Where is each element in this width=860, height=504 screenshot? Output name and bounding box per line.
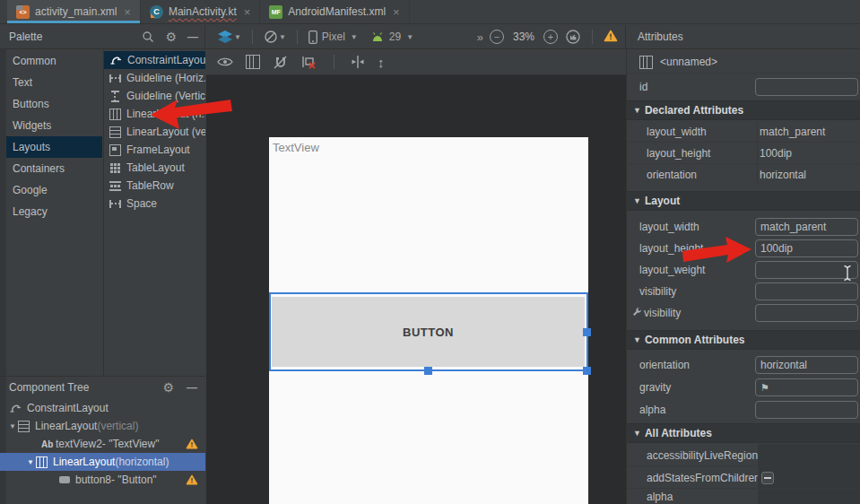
tree-node-constraintlayout[interactable]: ConstraintLayout — [0, 399, 205, 417]
tree-node-button8[interactable]: button8- "Button" — [0, 471, 205, 489]
palette-item-guideline-horizontal[interactable]: Guideline (Horiz... — [104, 69, 205, 87]
close-icon[interactable]: × — [244, 5, 251, 19]
tools-wrench-icon — [632, 307, 642, 319]
id-input[interactable] — [755, 78, 858, 96]
api-level-label: 29 — [389, 30, 401, 43]
palette-category-text[interactable]: Text — [6, 72, 102, 93]
tablerow-icon — [109, 180, 121, 192]
gear-icon[interactable]: ⚙ — [165, 30, 177, 44]
view-options-eye-icon[interactable] — [217, 56, 233, 67]
close-icon[interactable]: × — [393, 5, 400, 19]
zoom-in-button[interactable]: + — [543, 30, 558, 44]
palette-item-guideline-vertical[interactable]: Guideline (Vertic... — [104, 87, 205, 105]
hide-panel-icon[interactable]: — — [187, 30, 197, 43]
palette-category-legacy[interactable]: Legacy — [6, 201, 102, 222]
palette-item-linearlayout-horizontal[interactable]: LinearLayout (h... — [104, 105, 205, 123]
attr-row: visibility — [627, 302, 860, 324]
gravity-input[interactable]: ⚑ — [755, 378, 858, 396]
resize-handle-corner[interactable] — [583, 367, 591, 375]
layout-height-input[interactable] — [755, 239, 858, 257]
visibility-input[interactable] — [755, 282, 858, 300]
orientation-icon[interactable]: ▼ — [264, 30, 286, 44]
indeterminate-checkbox[interactable] — [761, 472, 774, 484]
resize-handle-bottom[interactable] — [424, 367, 432, 375]
tree-node-linearlayout-horizontal[interactable]: ▼ LinearLayout(horizontal) — [0, 453, 205, 471]
align-horizontal-center-icon[interactable] — [351, 55, 365, 69]
gear-icon[interactable]: ⚙ — [162, 380, 174, 395]
expand-vertical-icon[interactable]: ↕ — [378, 55, 385, 70]
palette-item-constraintlayout[interactable]: ConstraintLayout — [104, 51, 205, 69]
attr-value[interactable]: match_parent — [760, 126, 825, 138]
main-toolbar: Palette ⚙ — ▼ ▼ Pixel ▼ — [0, 25, 860, 49]
api-selector[interactable]: 29 ▼ — [370, 30, 413, 43]
resize-handle-right[interactable] — [583, 328, 591, 336]
framelayout-icon — [109, 144, 121, 156]
textview-widget[interactable]: TextView — [273, 141, 319, 154]
device-canvas[interactable]: TextView BUTTON — [269, 137, 588, 504]
manifest-file-icon: MF — [269, 5, 282, 19]
search-icon[interactable] — [142, 30, 154, 43]
palette-item-linearlayout-vertical[interactable]: LinearLayout (ve... — [104, 123, 205, 141]
warning-icon[interactable] — [186, 439, 198, 452]
attr-row: layout_weight — [627, 259, 860, 281]
attr-value[interactable]: 100dip — [760, 147, 792, 160]
palette-item-tablerow[interactable]: TableRow — [104, 177, 205, 195]
palette-item-framelayout[interactable]: FrameLayout — [104, 141, 205, 159]
selection-outline[interactable] — [269, 292, 588, 371]
textview-icon: Ab — [41, 439, 56, 449]
expand-arrow-icon[interactable]: ▼ — [7, 422, 18, 430]
section-layout[interactable]: ▼ Layout — [627, 191, 860, 211]
autoconnect-off-magnet-icon[interactable] — [273, 55, 289, 70]
warning-icon[interactable] — [186, 474, 198, 488]
alpha-input[interactable] — [755, 401, 858, 419]
collapse-arrow-icon: ▼ — [633, 335, 641, 344]
zoom-to-fit-icon[interactable] — [565, 29, 581, 45]
orientation-columns-icon[interactable] — [246, 55, 260, 69]
section-declared-attributes[interactable]: ▼ Declared Attributes — [627, 100, 860, 120]
attr-row: layout_width — [627, 216, 860, 238]
zoom-out-button[interactable]: − — [490, 30, 504, 44]
palette-panel: Common Text Buttons Widgets Layouts Cont… — [0, 49, 205, 504]
phone-icon — [308, 30, 317, 44]
palette-category-layouts[interactable]: Layouts — [6, 136, 102, 158]
overflow-chevron-icon[interactable]: » — [477, 30, 482, 44]
attr-value-cell[interactable] — [758, 444, 860, 466]
close-icon[interactable]: × — [124, 5, 131, 19]
expand-arrow-icon[interactable]: ▼ — [25, 458, 36, 466]
clear-constraints-icon[interactable] — [301, 55, 317, 70]
space-icon — [109, 200, 121, 208]
palette-category-google[interactable]: Google — [6, 179, 102, 201]
palette-category-buttons[interactable]: Buttons — [6, 93, 102, 115]
layout-width-input[interactable] — [755, 218, 858, 236]
orientation-input[interactable] — [755, 356, 858, 374]
constraintlayout-icon — [109, 53, 122, 68]
tab-mainactivity-kt[interactable]: C MainActivity.kt × — [141, 0, 260, 23]
section-all-attributes[interactable]: ▼ All Attributes — [627, 423, 860, 443]
attributes-title: Attributes — [638, 30, 683, 43]
palette-item-space[interactable]: Space — [104, 195, 205, 213]
warning-indicator-icon[interactable] — [604, 30, 618, 45]
attr-value-cell[interactable] — [758, 489, 860, 504]
layout-weight-input[interactable] — [755, 261, 858, 279]
attr-value[interactable]: horizontal — [760, 169, 806, 181]
palette-category-common[interactable]: Common — [6, 50, 102, 72]
tree-node-textview2[interactable]: Ab textView2- "TextView" — [0, 435, 205, 453]
tab-androidmanifest-xml[interactable]: MF AndroidManifest.xml × — [260, 0, 409, 23]
linearlayout-horizontal-icon — [36, 456, 48, 468]
palette-item-tablelayout[interactable]: TableLayout — [104, 159, 205, 177]
device-selector[interactable]: Pixel ▼ — [308, 30, 358, 44]
palette-category-widgets[interactable]: Widgets — [6, 115, 102, 136]
attr-row: orientation — [627, 354, 860, 376]
palette-category-containers[interactable]: Containers — [6, 158, 102, 179]
button-icon — [59, 476, 70, 483]
tab-activity-main-xml[interactable]: <> activity_main.xml × — [7, 0, 141, 23]
hide-panel-icon[interactable]: — — [187, 381, 196, 394]
attr-row: alpha — [627, 489, 860, 504]
zoom-level: 33% — [513, 30, 534, 43]
component-name: <unnamed> — [660, 56, 717, 68]
tools-visibility-input[interactable] — [755, 304, 858, 322]
section-common-attributes[interactable]: ▼ Common Attributes — [627, 330, 860, 350]
tree-node-linearlayout-vertical[interactable]: ▼ LinearLayout(vertical) — [0, 417, 205, 435]
device-label: Pixel — [322, 30, 345, 43]
design-blueprint-selector-icon[interactable]: ▼ — [218, 30, 241, 44]
